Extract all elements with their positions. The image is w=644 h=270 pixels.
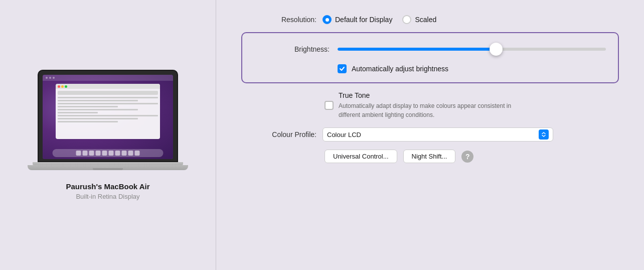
resolution-default-label: Default for Display	[335, 16, 392, 24]
macbook-base-bottom	[28, 165, 188, 170]
left-panel: Paurush's MacBook Air Built-in Retina Di…	[0, 0, 216, 270]
help-button[interactable]: ?	[461, 151, 473, 163]
screen-menubar	[43, 75, 173, 81]
colour-profile-dropdown[interactable]: Colour LCD	[323, 127, 553, 142]
brightness-slider-row: Brightness:	[254, 42, 606, 56]
brightness-slider-fill	[338, 48, 499, 51]
device-image	[28, 70, 188, 170]
dock-icon	[128, 151, 133, 156]
minimize-btn	[61, 85, 64, 88]
true-tone-row: True Tone Automatically adapt display to…	[241, 91, 619, 119]
menu-dot	[53, 77, 55, 79]
macbook-screen-outer	[38, 70, 178, 162]
macbook-screen	[43, 75, 173, 159]
text-line	[58, 100, 138, 101]
true-tone-description: Automatically adapt display to make colo…	[339, 101, 529, 119]
dock-icon	[83, 151, 88, 156]
true-tone-content: True Tone Automatically adapt display to…	[339, 91, 529, 119]
text-line	[58, 112, 98, 113]
menu-dot	[49, 77, 51, 79]
device-name: Paurush's MacBook Air	[66, 182, 149, 191]
dock-icon	[122, 151, 127, 156]
auto-brightness-row[interactable]: Automatically adjust brightness	[254, 64, 606, 73]
text-line	[58, 97, 158, 98]
checkmark-icon	[339, 66, 345, 72]
screen-window	[56, 84, 160, 139]
universal-control-button[interactable]: Universal Control...	[325, 150, 397, 163]
window-titlebar	[56, 84, 160, 89]
dock-icon	[89, 151, 94, 156]
window-toolbar	[58, 91, 158, 95]
resolution-default-option[interactable]: Default for Display	[323, 15, 392, 24]
dock-icon	[76, 151, 81, 156]
dock-icon	[96, 151, 101, 156]
brightness-slider-track	[338, 48, 606, 51]
resolution-options: Default for Display Scaled	[323, 15, 436, 24]
window-body	[56, 89, 160, 125]
screen-content	[43, 75, 173, 159]
close-btn	[58, 85, 60, 88]
auto-brightness-label: Automatically adjust brightness	[352, 65, 448, 73]
dock-icon	[102, 151, 107, 156]
brightness-box: Brightness: Automatically adjust brightn…	[241, 32, 619, 83]
screen-dock	[53, 149, 164, 157]
brightness-label: Brightness:	[254, 45, 330, 53]
auto-brightness-checkbox[interactable]	[338, 64, 347, 73]
colour-profile-label: Colour Profile:	[241, 130, 316, 139]
true-tone-title: True Tone	[339, 91, 529, 99]
resolution-scaled-radio[interactable]	[402, 15, 411, 24]
text-line	[58, 118, 138, 119]
night-shift-button[interactable]: Night Shift...	[403, 150, 456, 163]
resolution-row: Resolution: Default for Display Scaled	[241, 15, 619, 24]
dock-icon	[135, 151, 140, 156]
dropdown-arrow-icon	[539, 129, 549, 140]
resolution-scaled-label: Scaled	[415, 16, 436, 24]
menu-dot	[46, 77, 48, 79]
text-line	[58, 115, 158, 116]
bottom-buttons-row: Universal Control... Night Shift... ?	[241, 150, 619, 163]
chevron-updown-icon	[541, 131, 547, 138]
brightness-slider-thumb[interactable]	[490, 43, 503, 56]
true-tone-checkbox-area[interactable]: True Tone Automatically adapt display to…	[241, 91, 529, 119]
right-panel: Resolution: Default for Display Scaled B…	[216, 0, 644, 270]
resolution-default-radio[interactable]	[323, 15, 332, 24]
resolution-scaled-option[interactable]: Scaled	[402, 15, 436, 24]
maximize-btn	[65, 85, 67, 88]
text-line	[58, 121, 118, 122]
colour-profile-value: Colour LCD	[327, 131, 361, 139]
dock-icon	[109, 151, 114, 156]
device-subtitle: Built-in Retina Display	[76, 193, 139, 200]
text-line	[58, 103, 158, 104]
resolution-label: Resolution:	[241, 16, 316, 24]
colour-profile-row: Colour Profile: Colour LCD	[241, 127, 619, 142]
text-line	[58, 106, 118, 107]
true-tone-checkbox[interactable]	[325, 101, 334, 110]
dock-icon	[115, 151, 120, 156]
text-line	[58, 109, 138, 110]
brightness-slider-container[interactable]	[338, 42, 606, 56]
